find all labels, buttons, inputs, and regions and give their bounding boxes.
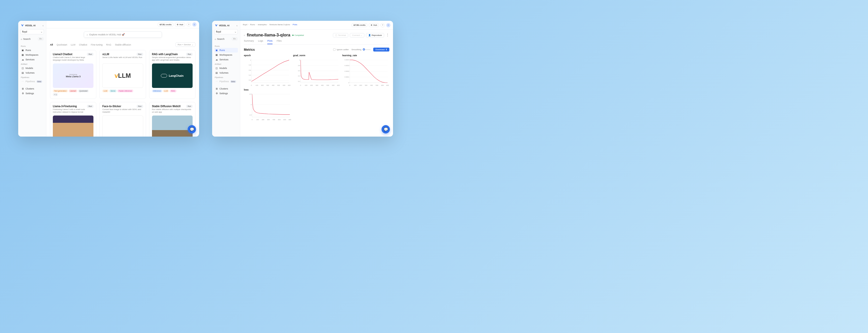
nav-runs[interactable]: ▣Runs: [214, 48, 238, 53]
svg-text:500: 500: [327, 85, 329, 86]
more-menu[interactable]: ⋮: [386, 33, 390, 37]
nav-settings[interactable]: ⚙Settings: [20, 91, 44, 96]
model-card[interactable]: RAG with LangChainRun Simple retrieval-a…: [149, 50, 195, 99]
reproduce-button[interactable]: 👤Reproduce: [366, 33, 384, 37]
smoothing-slider[interactable]: Smoothing: [351, 48, 371, 51]
model-card[interactable]: Llama-3-FinetuningRun Finetuning Llama 3…: [50, 102, 96, 137]
hub-link[interactable]: ⊕Hub: [369, 23, 379, 27]
user-avatar[interactable]: E: [386, 23, 391, 27]
nav-workspaces[interactable]: ▦Workspaces: [214, 53, 238, 57]
tab-llm[interactable]: LLM: [71, 43, 75, 46]
chat-fab[interactable]: 💬: [188, 125, 196, 133]
svg-text:1.5: 1.5: [249, 114, 252, 116]
svg-text:695: 695: [288, 85, 291, 86]
run-service-dropdown[interactable]: Run + Service⌵: [176, 42, 195, 47]
model-card[interactable]: Face-to-StickerRun Convert face image to…: [99, 102, 146, 137]
org-name: floyd: [22, 30, 27, 33]
credits-badge[interactable]: 67.53 credits: [352, 23, 367, 27]
nav-clusters[interactable]: ⊞Clusters: [214, 87, 238, 91]
nav-pipelines[interactable]: ⋯PipelinesBeta: [214, 79, 238, 84]
svg-text:200: 200: [261, 85, 264, 86]
terminal-button[interactable]: ▢Terminal: [333, 33, 348, 37]
svg-text:300: 300: [365, 85, 368, 86]
org-selector[interactable]: floyd ⌵: [214, 29, 238, 34]
search-button[interactable]: ⌕ Search ⌘K: [20, 36, 44, 41]
back-button[interactable]: ‹: [244, 34, 245, 37]
nav-models[interactable]: ◫Models: [214, 66, 238, 70]
run-content: ‹ finetune-llama-3-qlora Completed ▢Term…: [240, 30, 393, 137]
subtab-plots[interactable]: Plots: [267, 39, 273, 44]
run-button[interactable]: Run: [87, 53, 93, 56]
chart-epoch: epoch 0.20.40.60.81010020030040050060069…: [244, 54, 291, 87]
svg-text:400: 400: [272, 85, 275, 86]
services-icon: ☁: [215, 58, 218, 61]
breadcrumb-item[interactable]: examples: [258, 24, 267, 26]
pipelines-icon: ⋯: [21, 80, 24, 83]
collapse-sidebar-icon[interactable]: ‹: [43, 24, 43, 27]
nav-services[interactable]: ☁Services: [20, 57, 44, 62]
help-button[interactable]: ?: [187, 22, 191, 27]
model-card[interactable]: vLLMRun Serve LLMs faster with vLLM and …: [99, 50, 146, 99]
subtab-summary[interactable]: Summary: [244, 39, 254, 44]
tab-chatbot[interactable]: Chatbot: [79, 43, 88, 46]
category-tabs: All Quickstart LLM Chatbot Fine-tuning R…: [50, 42, 195, 47]
ignore-outlier-toggle[interactable]: Ignore outlier: [333, 48, 349, 51]
run-button[interactable]: Run: [137, 53, 143, 56]
tab-finetuning[interactable]: Fine-tuning: [91, 43, 102, 46]
breadcrumb-item[interactable]: Runs: [250, 24, 255, 26]
breadcrumb-item[interactable]: floyd: [243, 24, 247, 26]
svg-text:695: 695: [337, 85, 340, 86]
subtab-files[interactable]: Files: [277, 39, 282, 44]
chevron-down-icon: ⌵: [41, 30, 42, 33]
tab-rag[interactable]: RAG: [106, 43, 112, 46]
tab-all[interactable]: All: [50, 43, 53, 46]
svg-text:0: 0: [300, 85, 301, 86]
run-button[interactable]: Run: [186, 53, 193, 56]
credits-badge[interactable]: 67.51 credits: [158, 23, 173, 27]
model-card[interactable]: Llama3 ChatbotRun Chatbot with Llama 3, …: [50, 50, 96, 99]
svg-text:1: 1: [299, 59, 300, 61]
chat-icon: 💬: [190, 127, 194, 131]
chart-learning-rate: learning_rate 00.00010.00020.00030.00040…: [342, 54, 390, 87]
run-button[interactable]: Run: [137, 105, 143, 108]
connect-button[interactable]: Connect⌵: [350, 33, 364, 37]
nav-runs[interactable]: ▣Runs: [20, 48, 44, 53]
chat-fab[interactable]: 💬: [381, 125, 390, 133]
settings-icon: ⚙: [215, 92, 218, 95]
brand-text: VESSL AI: [219, 24, 229, 27]
help-button[interactable]: ?: [380, 23, 385, 27]
search-button[interactable]: ⌕ Search ⌘K: [214, 36, 238, 41]
nav-settings[interactable]: ⚙Settings: [214, 91, 238, 96]
nav-workspaces[interactable]: ▦Workspaces: [20, 53, 44, 57]
subtab-logs[interactable]: Logs: [258, 39, 264, 44]
run-button[interactable]: Run: [87, 105, 93, 108]
hub-link[interactable]: ⊕Hub: [175, 23, 185, 27]
run-title: finetune-llama-3-qlora: [247, 33, 290, 37]
user-avatar[interactable]: E: [192, 22, 196, 27]
nav-models[interactable]: ◫Models: [20, 66, 44, 70]
svg-text:100: 100: [256, 119, 259, 121]
tab-stable-diffusion[interactable]: Stable-diffusion: [115, 43, 131, 46]
run-button[interactable]: Run: [186, 105, 193, 108]
breadcrumb-item[interactable]: finetune-llama-3-qlora: [270, 24, 290, 26]
nav-services[interactable]: ☁Services: [214, 57, 238, 62]
sidebar: VESSL AI ‹ floyd ⌵ ⌕ Search ⌘K Runs ▣Run…: [212, 21, 240, 137]
svg-text:2: 2: [251, 104, 252, 105]
nav-section-artifact: Artifact: [214, 62, 238, 66]
nav-clusters[interactable]: ⊞Clusters: [20, 87, 44, 91]
svg-text:600: 600: [283, 85, 285, 86]
search-icon: ⌕: [215, 38, 216, 40]
download-button[interactable]: Download⬇: [373, 47, 390, 52]
svg-text:400: 400: [273, 119, 275, 121]
run-header: ‹ finetune-llama-3-qlora Completed ▢Term…: [244, 33, 390, 37]
svg-text:0.2: 0.2: [249, 79, 251, 81]
tab-quickstart[interactable]: Quickstart: [57, 43, 67, 46]
svg-text:0: 0: [348, 82, 349, 84]
card-tags: Text generation Llama3 Quickstart + 1: [53, 90, 93, 96]
hub-search-input[interactable]: ⌕ Explore models in VESSL Hub 🚀: [84, 31, 162, 38]
nav-pipelines[interactable]: ⋯PipelinesBeta: [20, 79, 44, 84]
nav-volumes[interactable]: ▤Volumes: [214, 70, 238, 75]
collapse-sidebar-icon[interactable]: ‹: [237, 24, 237, 27]
org-selector[interactable]: floyd ⌵: [20, 29, 44, 34]
nav-volumes[interactable]: ▤Volumes: [20, 70, 44, 75]
